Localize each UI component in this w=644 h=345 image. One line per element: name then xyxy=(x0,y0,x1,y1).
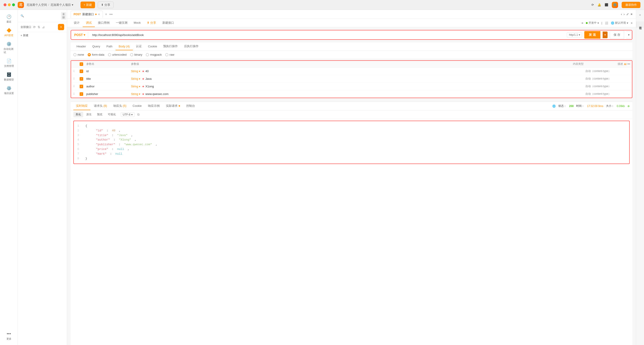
sub-tab-share[interactable]: ⬆ 分享 xyxy=(144,19,159,27)
body-tab-raw[interactable]: 原生 xyxy=(84,112,94,117)
search-input[interactable] xyxy=(26,14,59,17)
filter-button[interactable]: 全部 xyxy=(61,12,66,20)
env-selector[interactable]: 🌐 默认环境 ▾ xyxy=(611,21,628,25)
body-type-formdata[interactable]: form-data xyxy=(88,53,104,56)
avatar[interactable]: 🌐 xyxy=(612,2,618,8)
param-value-publisher: www.qwesec.com xyxy=(145,92,168,96)
save-dropdown-button[interactable]: ▾ xyxy=(626,31,632,38)
params-tab-header[interactable]: Header xyxy=(73,43,89,50)
app-layout: 🕐 最近 🔶 API管理 ⚙️ 自动化测试 📄 文档管理 🗄️ 数据模型 ⚙️ … xyxy=(0,10,644,345)
sidebar-item-recent[interactable]: 🕐 最近 xyxy=(1,12,16,25)
sidebar-item-more[interactable]: ••• 更多 xyxy=(1,330,16,342)
sub-tab-debug[interactable]: 调试 xyxy=(83,19,95,27)
menu-icon[interactable]: ≡ xyxy=(630,12,632,16)
collapse-left-icon[interactable]: « xyxy=(638,12,642,18)
copy-icon[interactable]: ⧉ xyxy=(137,113,140,116)
tab-new-api[interactable]: POST 新建接口 ✕ xyxy=(71,11,103,18)
response-tab-example[interactable]: 响应示例 xyxy=(145,102,162,110)
response-tab-realtime[interactable]: 实时响应 xyxy=(73,102,90,110)
sidebar-item-api[interactable]: 🔶 API管理 xyxy=(1,26,16,39)
response-tab-request-headers[interactable]: 请求头 (8) xyxy=(91,102,110,110)
param-type-publisher[interactable]: String ▾ xyxy=(131,92,140,96)
sub-tab-cases[interactable]: 接口用例 xyxy=(95,19,113,27)
sync-icon[interactable]: ⟳ xyxy=(592,3,594,6)
send-button[interactable]: 发 送 xyxy=(584,31,600,39)
tab-close-icon[interactable]: ✕ xyxy=(98,13,100,16)
globe-icon: 🌐 xyxy=(611,21,614,24)
param-type-author[interactable]: String ▾ xyxy=(131,85,140,88)
sidebar-item-autotest[interactable]: ⚙️ 自动化测试 xyxy=(1,40,16,56)
drag-handle-title[interactable]: ⠿ xyxy=(73,77,80,80)
body-tab-preview[interactable]: 预览 xyxy=(95,112,105,117)
body-type-raw[interactable]: raw xyxy=(165,53,174,56)
sidebar-item-datamodel[interactable]: 🗄️ 数据模型 xyxy=(1,70,16,83)
encoding-select[interactable]: UTF-8 ▾ xyxy=(121,112,134,117)
body-type-none[interactable]: none xyxy=(73,53,84,56)
params-tab-cookie[interactable]: Cookie xyxy=(145,43,160,50)
body-tab-beautify[interactable]: 美化 xyxy=(73,112,83,117)
drag-handle-author[interactable]: ⠿ xyxy=(73,85,80,88)
checkbox-id[interactable]: ✓ xyxy=(80,69,83,73)
import-icon[interactable]: ⇥ xyxy=(581,21,583,24)
add-button[interactable]: + xyxy=(58,24,64,30)
share-button[interactable]: ⬆ 分享 xyxy=(98,1,114,8)
response-tab-response-headers[interactable]: 响应头 (5) xyxy=(111,102,129,110)
env-status[interactable]: 开发中 ▾ xyxy=(586,21,599,25)
checkbox-title[interactable]: ✓ xyxy=(80,77,83,81)
minimize-button[interactable] xyxy=(8,3,11,6)
param-type-id[interactable]: String ▾ xyxy=(131,70,140,73)
settings-env-icon[interactable]: ≡ xyxy=(631,21,632,24)
response-tabs: 实时响应 请求头 (8) 响应头 (5) Cookie 响应示例 实际请求 控制… xyxy=(71,102,632,110)
sub-tab-load-test[interactable]: 一键压测 xyxy=(113,19,130,27)
next-icon[interactable]: › xyxy=(624,12,624,16)
prev-icon[interactable]: ‹ xyxy=(621,12,622,16)
layout-icon[interactable]: ⬛ xyxy=(605,3,608,6)
new-api-button[interactable]: + 新建 xyxy=(18,32,67,39)
send-dropdown-button[interactable]: ▾ xyxy=(603,31,608,38)
tab-more-button[interactable]: ••• xyxy=(109,12,113,16)
sidebar-item-doc[interactable]: 📄 文档管理 xyxy=(1,57,16,69)
refresh-icon[interactable]: ⟳ xyxy=(33,25,36,29)
body-tab-visualize[interactable]: 可视化 xyxy=(106,112,118,117)
drag-handle-publisher[interactable]: ⠿ xyxy=(73,92,80,96)
param-type-title[interactable]: String ▾ xyxy=(131,77,140,80)
checkbox-publisher[interactable]: ✓ xyxy=(80,92,83,96)
sort-icon[interactable]: ⇅ xyxy=(38,25,40,29)
drag-handle-id[interactable]: ⠿ xyxy=(73,70,80,73)
params-tab-post[interactable]: 后执行操作 xyxy=(181,42,202,50)
invite-button[interactable]: 邀请协作 xyxy=(622,2,640,8)
params-tab-path[interactable]: Path xyxy=(103,43,116,50)
params-tab-pre[interactable]: 预执行操作 xyxy=(160,42,181,50)
save-button[interactable]: 保 存 xyxy=(610,31,624,39)
http-version-select[interactable]: http/1.1 ▾ xyxy=(567,32,582,37)
params-table: ✓ 参数名 参数值 内容类型 描述 AI ••• ⠿ ✓ id xyxy=(71,60,632,98)
body-type-urlencoded[interactable]: urlencoded xyxy=(108,53,126,56)
sub-tab-mock[interactable]: Mock xyxy=(130,19,144,26)
params-tab-body[interactable]: Body (4) xyxy=(116,43,133,50)
params-tab-query[interactable]: Query xyxy=(89,43,103,50)
response-tab-actual[interactable]: 实际请求 xyxy=(163,102,183,110)
checkbox-author[interactable]: ✓ xyxy=(80,85,83,88)
filter-icon[interactable]: ⊿ xyxy=(42,25,45,29)
expand-icon[interactable]: ⤢ xyxy=(626,12,629,16)
bell-icon[interactable]: 🔔 xyxy=(598,3,601,6)
breadcrumb-project[interactable]: 厄洛斯个人项目 ▾ xyxy=(50,3,73,7)
response-tab-cookie[interactable]: Cookie xyxy=(130,102,144,110)
sub-tab-new[interactable]: 新建接口 xyxy=(159,19,177,27)
response-tab-console[interactable]: 控制台 xyxy=(184,102,198,110)
sub-tab-design[interactable]: 设计 xyxy=(71,19,83,27)
url-input[interactable] xyxy=(90,32,564,38)
sidebar-item-settings[interactable]: ⚙️ 项目设置 xyxy=(1,84,16,97)
method-select[interactable]: POST ▾ xyxy=(72,32,88,38)
select-all-checkbox[interactable]: ✓ xyxy=(80,62,83,66)
body-type-binary[interactable]: binary xyxy=(130,53,142,56)
more-options-icon[interactable]: ••• xyxy=(627,62,630,66)
new-button[interactable]: + 新建 xyxy=(80,1,95,8)
sidebar-label-autotest: 自动化测试 xyxy=(4,47,14,54)
close-button[interactable] xyxy=(4,3,6,6)
collapse-text[interactable]: 断言与校 xyxy=(638,24,642,25)
params-tab-auth[interactable]: 认证 xyxy=(133,42,145,50)
body-type-msgpack[interactable]: msgpack xyxy=(146,53,162,56)
tab-add-button[interactable]: + xyxy=(104,12,108,16)
maximize-button[interactable] xyxy=(12,3,15,6)
